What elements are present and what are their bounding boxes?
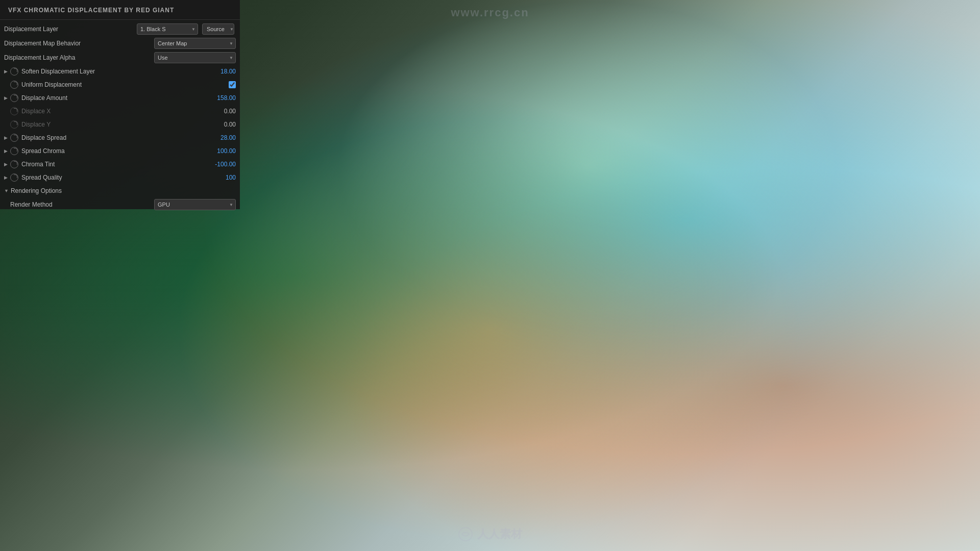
displacement-map-behavior-wrapper: Center Map Tile Stretch bbox=[154, 38, 236, 49]
spread-chroma-reset[interactable] bbox=[10, 147, 18, 155]
chroma-tint-value[interactable]: -100.00 bbox=[205, 161, 236, 168]
chroma-tint-row: ▶ Chroma Tint -100.00 bbox=[0, 158, 240, 171]
spread-quality-value[interactable]: 100 bbox=[205, 174, 236, 181]
svg-point-0 bbox=[459, 528, 472, 541]
spread-quality-expand[interactable]: ▶ bbox=[4, 175, 10, 180]
chroma-tint-label: Chroma Tint bbox=[20, 161, 205, 168]
spread-quality-row: ▶ Spread Quality 100 bbox=[0, 171, 240, 184]
displace-y-value[interactable]: 0.00 bbox=[205, 121, 236, 128]
soften-displacement-row: ▶ Soften Displacement Layer 18.00 bbox=[0, 65, 240, 78]
chroma-tint-expand[interactable]: ▶ bbox=[4, 162, 10, 167]
displacement-layer-alpha-select[interactable]: Use Ignore bbox=[154, 52, 236, 63]
rendering-options-header[interactable]: ▼ Rendering Options bbox=[0, 184, 240, 197]
panel-title: VFX CHROMATIC DISPLACEMENT BY RED GIANT bbox=[8, 7, 174, 14]
displace-y-label: Displace Y bbox=[20, 121, 205, 128]
displace-x-row: ▶ Displace X 0.00 bbox=[0, 105, 240, 118]
displace-amount-value[interactable]: 158.00 bbox=[205, 94, 236, 102]
uniform-displacement-label: Uniform Displacement bbox=[20, 81, 229, 88]
effects-panel: VFX CHROMATIC DISPLACEMENT BY RED GIANT … bbox=[0, 0, 240, 209]
chroma-tint-reset[interactable] bbox=[10, 160, 18, 168]
displace-spread-label: Displace Spread bbox=[20, 134, 205, 141]
displacement-map-behavior-row: Displacement Map Behavior Center Map Til… bbox=[0, 36, 240, 51]
soften-displacement-label: Soften Displacement Layer bbox=[20, 68, 205, 75]
soften-displacement-expand[interactable]: ▶ bbox=[4, 69, 10, 74]
displace-amount-expand[interactable]: ▶ bbox=[4, 95, 10, 101]
displacement-layer-alpha-wrapper: Use Ignore bbox=[154, 52, 236, 63]
displace-spread-row: ▶ Displace Spread 28.00 bbox=[0, 131, 240, 144]
render-method-row: Render Method GPU CPU bbox=[0, 197, 240, 212]
displace-spread-expand[interactable]: ▶ bbox=[4, 135, 10, 140]
displace-amount-row: ▶ Displace Amount 158.00 bbox=[0, 91, 240, 105]
soften-displacement-reset[interactable] bbox=[10, 67, 18, 76]
displacement-layer-alpha-row: Displacement Layer Alpha Use Ignore bbox=[0, 51, 240, 65]
spread-quality-label: Spread Quality bbox=[20, 174, 205, 181]
displacement-layer-label: Displacement Layer bbox=[4, 26, 137, 33]
watermark-bottom-text: 人人素材 bbox=[477, 527, 522, 542]
displacement-layer-row: Displacement Layer 1. Black S Source bbox=[0, 22, 240, 36]
displace-spread-value[interactable]: 28.00 bbox=[205, 134, 236, 141]
soften-displacement-value[interactable]: 18.00 bbox=[205, 68, 236, 75]
displace-x-label: Displace X bbox=[20, 108, 205, 115]
displacement-map-behavior-label: Displacement Map Behavior bbox=[4, 40, 154, 47]
render-method-label: Render Method bbox=[10, 201, 154, 208]
uniform-displacement-checkbox[interactable] bbox=[229, 81, 236, 88]
render-method-wrapper: GPU CPU bbox=[154, 199, 236, 210]
displace-x-reset[interactable] bbox=[10, 107, 18, 115]
rendering-options-label: Rendering Options bbox=[11, 187, 62, 194]
spread-quality-reset[interactable] bbox=[10, 173, 18, 182]
source-button[interactable]: Source bbox=[202, 23, 234, 35]
spread-chroma-value[interactable]: 100.00 bbox=[205, 147, 236, 155]
displace-y-row: ▶ Displace Y 0.00 bbox=[0, 118, 240, 131]
source-button-wrapper: Source bbox=[200, 23, 236, 35]
spread-chroma-label: Spread Chroma bbox=[20, 147, 205, 155]
displacement-map-behavior-select[interactable]: Center Map Tile Stretch bbox=[154, 38, 236, 49]
rendering-options-arrow: ▼ bbox=[4, 188, 9, 193]
uniform-displacement-reset[interactable] bbox=[10, 81, 18, 89]
displacement-layer-alpha-label: Displacement Layer Alpha bbox=[4, 54, 154, 61]
displacement-layer-select[interactable]: 1. Black S bbox=[137, 23, 198, 35]
displace-amount-reset[interactable] bbox=[10, 94, 18, 102]
displace-x-value[interactable]: 0.00 bbox=[205, 108, 236, 115]
spread-chroma-expand[interactable]: ▶ bbox=[4, 148, 10, 154]
uniform-displacement-row: ▶ Uniform Displacement bbox=[0, 78, 240, 91]
displace-spread-reset[interactable] bbox=[10, 134, 18, 142]
displace-amount-label: Displace Amount bbox=[20, 94, 205, 102]
watermark-bottom: 人人素材 bbox=[458, 527, 522, 542]
watermark-logo-icon bbox=[458, 527, 473, 542]
controls-container: Displacement Layer 1. Black S Source Dis… bbox=[0, 20, 240, 214]
panel-title-bar: VFX CHROMATIC DISPLACEMENT BY RED GIANT bbox=[0, 0, 240, 20]
spread-chroma-row: ▶ Spread Chroma 100.00 bbox=[0, 144, 240, 158]
displacement-layer-dropdown-wrapper: 1. Black S bbox=[137, 23, 198, 35]
render-method-select[interactable]: GPU CPU bbox=[154, 199, 236, 210]
displace-y-reset[interactable] bbox=[10, 120, 18, 129]
